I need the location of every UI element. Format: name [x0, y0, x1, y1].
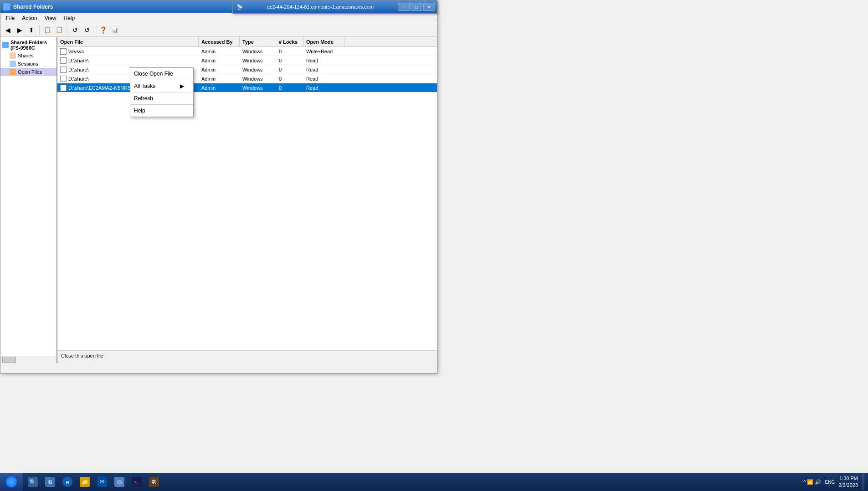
menu-help[interactable]: Help	[60, 14, 79, 22]
col-accessed-by[interactable]: Accessed By	[199, 37, 240, 46]
mail-icon: ✉	[97, 477, 107, 487]
forward-btn[interactable]: ▶	[14, 25, 25, 36]
shares-label: Shares	[18, 53, 34, 58]
toolbar-sep-3	[95, 26, 95, 35]
clock-date: 2/2/2023	[838, 482, 858, 489]
tree-item-openfiles[interactable]: Open Files	[0, 68, 56, 76]
rdp-window: 📡 ec2-44-204-114-81.compute-1.amazonaws.…	[232, 0, 437, 14]
ctx-separator-3	[130, 104, 193, 105]
tree-root-icon	[2, 42, 9, 48]
tree-item-sessions[interactable]: Sessions	[0, 60, 56, 68]
taskbar-ie-btn[interactable]: e	[59, 475, 76, 489]
taskbar-taskview-btn[interactable]: ⧉	[42, 475, 58, 489]
menu-view[interactable]: View	[41, 14, 60, 22]
table-row[interactable]: D:\share\EC2AMAZ-N5NRS8V... Admin Window…	[57, 83, 437, 92]
cmd-icon: >_	[132, 477, 142, 487]
rdp-minimize-btn[interactable]: ─	[398, 3, 410, 11]
cell-locks: 0	[276, 56, 303, 65]
show-desktop-btn[interactable]	[862, 474, 864, 490]
col-locks[interactable]: # Locks	[276, 37, 303, 46]
cell-open-mode: Read	[303, 65, 344, 74]
ctx-separator-1	[130, 80, 193, 80]
cell-type: Windows	[240, 47, 276, 56]
cortana-icon: ◎	[114, 477, 124, 487]
ctx-close-open-file[interactable]: Close Open File	[130, 69, 193, 79]
start-button[interactable]	[0, 473, 23, 491]
toolbar-sep-2	[67, 26, 67, 35]
taskbar-cortana-btn[interactable]: ◎	[111, 475, 128, 489]
cell-accessed-by: Admin	[199, 65, 240, 74]
cell-type: Windows	[240, 65, 276, 74]
cell-type: Windows	[240, 74, 276, 83]
cell-accessed-by: Admin	[199, 47, 240, 56]
cell-locks: 0	[276, 65, 303, 74]
table-row[interactable]: D:\share\ Admin Windows 0 Read	[57, 56, 437, 65]
tree-item-shares[interactable]: Shares	[0, 51, 56, 60]
cell-locks: 0	[276, 74, 303, 83]
taskbar-explorer-btn[interactable]: 📁	[77, 475, 93, 489]
clock-time: 1:30 PM	[838, 475, 858, 482]
table-row[interactable]: D:\share\ Admin Windows 0 Read	[57, 65, 437, 74]
cell-locks: 0	[276, 47, 303, 56]
col-open-mode[interactable]: Open Mode	[303, 37, 344, 46]
rdp-close-btn[interactable]: ✕	[423, 3, 435, 11]
shares-icon	[10, 52, 16, 59]
rdp-url: ec2-44-204-114-81.compute-1.amazonaws.co…	[243, 4, 398, 10]
menu-action[interactable]: Action	[18, 14, 41, 22]
tree-pane: Shared Folders (FS-0966C Shares Sessions…	[0, 37, 57, 360]
taskbar: 🔍 ⧉ e 📁 ✉ ◎ >_ 🛠 ^ 📶 🔊 ENG 1:30 PM 2/2/2…	[0, 473, 868, 491]
rdp-icon: 📡	[233, 4, 243, 10]
taskbar-search-btn[interactable]: 🔍	[25, 475, 41, 489]
file-icon	[60, 66, 67, 73]
cell-open-mode: Write+Read	[303, 47, 344, 56]
tree-root-label: Shared Folders (FS-0966C	[10, 40, 55, 51]
col-open-file[interactable]: Open File	[57, 37, 199, 46]
ctx-refresh[interactable]: Refresh	[130, 93, 193, 103]
taskbar-clock: 1:30 PM 2/2/2023	[838, 475, 858, 489]
col-type[interactable]: Type	[240, 37, 276, 46]
cell-file: D:\share\	[57, 56, 199, 65]
cell-open-mode: Read	[303, 74, 344, 83]
file-icon	[60, 76, 67, 82]
help-btn[interactable]: ❓	[98, 25, 108, 36]
cell-accessed-by: Admin	[199, 74, 240, 83]
column-headers: Open File Accessed By Type # Locks Open …	[57, 37, 437, 47]
menu-file[interactable]: File	[2, 14, 18, 22]
export-btn[interactable]: ↺	[82, 25, 92, 36]
menu-bar: File Action View Help	[0, 13, 437, 23]
tree-root[interactable]: Shared Folders (FS-0966C	[0, 39, 56, 51]
tree-scrollbar[interactable]	[0, 356, 57, 363]
copy-btn[interactable]: 📋	[42, 25, 53, 36]
cell-type: Windows	[240, 56, 276, 65]
content-pane: Open File Accessed By Type # Locks Open …	[57, 37, 437, 360]
scrollbar-thumb[interactable]	[2, 357, 16, 363]
taskview-icon: ⧉	[45, 477, 55, 487]
windows-logo-icon	[6, 476, 17, 487]
openfiles-icon	[10, 69, 16, 75]
taskbar-mail-btn[interactable]: ✉	[94, 475, 110, 489]
rdp-controls: ─ □ ✕	[398, 3, 437, 11]
cell-open-mode: Read	[303, 83, 344, 92]
ctx-help[interactable]: Help	[130, 106, 193, 116]
rdp-restore-btn[interactable]: □	[411, 3, 422, 11]
cell-locks: 0	[276, 83, 303, 92]
cell-file: \srvsvc	[57, 47, 199, 56]
cell-open-mode: Read	[303, 56, 344, 65]
file-icon	[60, 57, 67, 64]
taskbar-tools-btn[interactable]: 🛠	[146, 475, 162, 489]
taskbar-items: 🔍 ⧉ e 📁 ✉ ◎ >_ 🛠	[23, 475, 800, 489]
props-btn[interactable]: 📊	[109, 25, 120, 36]
taskbar-cmd-btn[interactable]: >_	[128, 475, 145, 489]
refresh-btn[interactable]: ↺	[70, 25, 81, 36]
context-menu: Close Open File All Tasks ▶ Refresh Help	[130, 67, 194, 117]
mmc-window: Shared Folders ─ □ ✕ File Action View He…	[0, 0, 437, 373]
back-btn[interactable]: ◀	[2, 25, 13, 36]
up-btn[interactable]: ⬆	[26, 25, 37, 36]
paste-btn[interactable]: 📋	[54, 25, 65, 36]
status-bar: Close this open file	[57, 350, 437, 360]
sessions-label: Sessions	[18, 61, 38, 66]
ctx-all-tasks[interactable]: All Tasks ▶	[130, 81, 193, 91]
table-row[interactable]: \srvsvc Admin Windows 0 Write+Read	[57, 47, 437, 56]
table-row[interactable]: D:\share\ Admin Windows 0 Read	[57, 74, 437, 83]
file-icon	[60, 85, 67, 91]
